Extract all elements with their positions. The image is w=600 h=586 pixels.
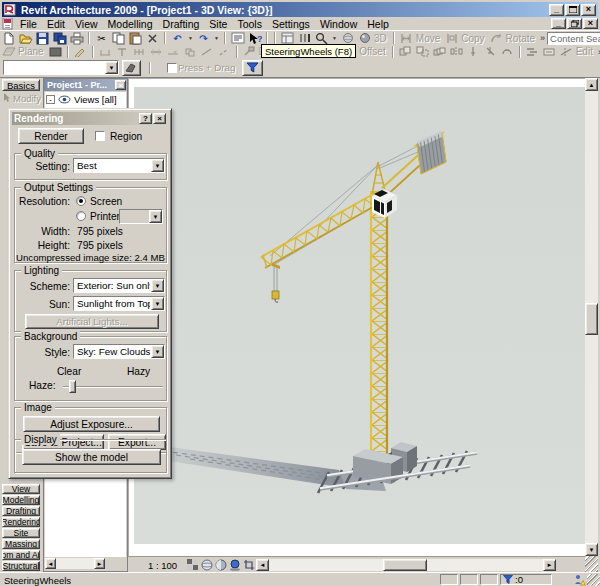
graphics-style-icon[interactable] [200,558,213,571]
orbit-sphere-icon[interactable] [339,31,356,45]
design-tab-drafting[interactable]: Drafting [2,506,40,516]
component-icon[interactable] [182,45,199,59]
mdi-restore-button[interactable] [567,18,582,29]
menu-help[interactable]: Help [362,18,394,30]
haze-slider-track[interactable] [63,386,163,388]
match-icon[interactable] [499,45,516,59]
sun-position-combo[interactable]: Sunlight from Top Right ▼ [73,296,165,311]
menu-file[interactable]: File [15,18,42,30]
resize-grip[interactable] [587,574,600,586]
ungroup-icon[interactable] [414,45,431,59]
menu-edit[interactable]: Edit [42,18,70,30]
paint-edit-icon[interactable] [541,45,558,59]
scroll-up-icon[interactable]: ▲ [585,78,598,91]
resolution-screen-radio[interactable] [76,196,86,206]
lighting-scheme-combo[interactable]: Exterior: Sun only ▼ [73,278,165,293]
design-tab-room-and-area[interactable]: oom and Are [2,550,40,560]
offset-label[interactable]: Offset [359,46,386,57]
hscroll-left-icon[interactable]: ◄ [256,559,269,571]
filter-select-button[interactable] [242,60,263,76]
ref-plane-icon[interactable] [216,45,233,59]
shading-icon[interactable] [214,558,227,571]
menu-view[interactable]: View [70,18,103,30]
filter-count-cell[interactable]: :0 [500,574,552,585]
sketch-pencil-icon[interactable] [72,45,89,59]
content-search-box[interactable] [547,32,600,45]
maximize-button[interactable] [565,4,580,16]
printer-dpi-combo[interactable]: ▼ [119,209,163,224]
shadows-icon[interactable] [228,558,241,571]
printer-dpi-dropdown-icon[interactable]: ▼ [149,210,162,223]
modify-tool[interactable]: Modify [0,92,42,104]
menu-modelling[interactable]: Modelling [103,18,158,30]
warning-icon[interactable] [574,574,586,586]
save-all-icon[interactable] [51,31,68,45]
group-icon[interactable] [397,45,414,59]
hscroll-thumb[interactable] [383,559,427,571]
work-plane-icon[interactable] [0,45,17,59]
linework-edit-icon[interactable] [524,45,541,59]
open-icon[interactable] [17,31,34,45]
edit-label[interactable]: Edit [576,46,593,57]
quality-setting-combo[interactable]: Best ▼ [73,158,165,173]
rotate-label[interactable]: Rotate [506,33,535,44]
canvas-vscrollbar[interactable]: ▲ ▼ [585,78,598,556]
array-icon[interactable] [431,45,448,59]
dialog-help-icon[interactable]: ? [139,113,152,124]
design-tab-basics[interactable]: Basics [2,79,40,91]
design-tab-massing[interactable]: Massing [2,539,40,549]
redo-dropdown-icon[interactable]: ▼ [212,31,221,45]
move-label[interactable]: Move [416,33,440,44]
scroll-left-icon[interactable]: ◄ [45,558,56,569]
design-tab-site[interactable]: Site [2,528,40,538]
region-checkbox[interactable] [95,131,105,141]
copy-tool-icon[interactable] [443,31,460,45]
scroll-track[interactable] [56,558,94,569]
redo-icon[interactable]: ↷ [195,31,212,45]
linework-icon[interactable] [229,31,246,45]
help-mode-icon[interactable]: ? [246,31,263,45]
menu-site[interactable]: Site [204,18,232,30]
mirror-icon[interactable] [448,45,465,59]
view-properties-icon[interactable] [279,31,296,45]
background-style-combo[interactable]: Sky: Few Clouds ▼ [73,344,165,359]
crop-view-icon[interactable] [242,558,255,571]
render-button[interactable]: Render [18,128,84,144]
paste-icon[interactable] [127,31,144,45]
copy-tool-label[interactable]: Copy [461,33,484,44]
element-properties-button[interactable] [122,60,141,76]
scroll-down-icon[interactable]: ▼ [585,543,598,556]
menu-window[interactable]: Window [315,18,362,30]
adjust-exposure-button[interactable]: Adjust Exposure... [23,416,160,432]
tree-expander-icon[interactable]: - [46,95,55,104]
quality-dropdown-icon[interactable]: ▼ [151,159,164,172]
project-browser-titlebar[interactable]: Project1 - Pr... × [44,79,127,91]
show-model-button[interactable]: Show the model [22,449,161,465]
close-button[interactable]: × [581,4,596,16]
project-document-icon[interactable] [2,18,15,30]
unpin-icon[interactable] [482,45,499,59]
lines-icon[interactable] [199,45,216,59]
project-browser-hscrollbar[interactable]: ◄ ► [45,558,105,569]
grid-icon[interactable] [131,45,148,59]
move-icon[interactable] [398,31,415,45]
view-scale[interactable]: 1 : 100 [148,560,177,571]
sun-dropdown-icon[interactable]: ▼ [151,297,164,310]
three-d-label[interactable]: 3D [374,33,387,44]
text-note-icon[interactable] [114,45,131,59]
type-selector-dropdown-icon[interactable]: ▼ [105,61,118,74]
rotate-icon[interactable] [488,31,505,45]
rendered-3d-view[interactable] [134,87,585,544]
copy-icon[interactable] [110,31,127,45]
design-tab-view[interactable]: View [2,484,40,494]
plane-label[interactable]: Plane [18,46,44,57]
menu-settings[interactable]: Settings [267,18,315,30]
scroll-right-icon[interactable]: ► [94,558,105,569]
toolbar-overflow-chevron-icon[interactable]: » [540,33,545,43]
style-dropdown-icon[interactable]: ▼ [151,345,164,358]
project-browser-close-icon[interactable]: × [115,80,126,90]
zoom-dropdown-icon[interactable]: ▼ [330,31,339,45]
type-selector-combo[interactable]: ▼ [3,60,119,75]
scheme-dropdown-icon[interactable]: ▼ [151,279,164,292]
menu-tools[interactable]: Tools [232,18,267,30]
